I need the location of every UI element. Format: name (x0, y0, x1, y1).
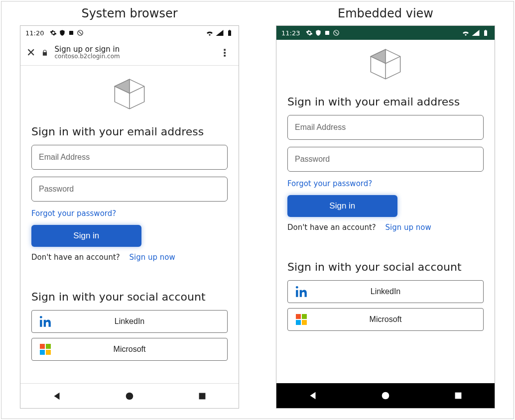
no-sim-icon (77, 29, 84, 36)
status-bar: 11:20 (20, 26, 239, 40)
svg-rect-11 (46, 344, 51, 349)
signin-button[interactable]: Sign in (287, 195, 397, 217)
square-icon (68, 29, 75, 36)
linkedin-button[interactable]: LinkedIn (31, 310, 228, 333)
microsoft-label: Microsoft (315, 315, 483, 324)
microsoft-icon (288, 314, 315, 325)
microsoft-label: Microsoft (59, 345, 227, 354)
nav-back-icon[interactable] (307, 390, 318, 401)
svg-rect-16 (325, 31, 329, 35)
signal-icon (472, 30, 480, 36)
signup-now-link[interactable]: Sign up now (386, 223, 431, 232)
signin-heading: Sign in with your email address (287, 96, 484, 108)
microsoft-button[interactable]: Microsoft (287, 308, 484, 331)
svg-rect-2 (228, 30, 231, 36)
svg-rect-24 (296, 290, 298, 297)
no-account-text: Don't have an account? (31, 253, 120, 262)
nav-home-icon[interactable] (380, 390, 391, 401)
svg-marker-5 (115, 79, 129, 93)
password-field[interactable] (31, 177, 228, 202)
svg-marker-21 (371, 49, 386, 63)
svg-rect-3 (229, 30, 230, 30)
microsoft-button[interactable]: Microsoft (31, 338, 228, 361)
svg-rect-26 (296, 314, 301, 319)
shield-icon (315, 29, 322, 36)
close-icon[interactable]: ✕ (26, 47, 35, 58)
phone-system-browser: 11:20 ✕ Sign up or sign in (20, 25, 239, 409)
nav-back-icon[interactable] (51, 391, 62, 402)
microsoft-icon (32, 343, 59, 355)
svg-rect-28 (296, 320, 301, 325)
linkedin-label: LinkedIn (315, 287, 483, 296)
no-sim-icon (333, 29, 340, 36)
browser-chrome: ✕ Sign up or sign in contoso.b2clogin.co… (20, 40, 239, 66)
svg-rect-10 (40, 344, 45, 349)
forgot-password-link[interactable]: Forgot your password? (31, 209, 116, 218)
battery-icon (482, 30, 490, 36)
linkedin-label: LinkedIn (59, 317, 227, 326)
nav-recent-icon[interactable] (453, 390, 464, 401)
wifi-icon (206, 30, 214, 36)
app-logo (287, 43, 484, 92)
lock-icon (41, 49, 48, 56)
svg-point-30 (382, 392, 389, 400)
svg-rect-29 (302, 320, 307, 325)
svg-rect-18 (484, 30, 487, 36)
status-time: 11:23 (281, 29, 300, 37)
svg-rect-27 (302, 314, 307, 319)
no-account-text: Don't have an account? (287, 223, 376, 232)
svg-point-14 (126, 392, 133, 400)
svg-rect-8 (40, 320, 42, 327)
label-embedded-view: Embedded view (271, 6, 500, 20)
nav-recent-icon[interactable] (197, 391, 208, 402)
android-navbar (20, 383, 239, 408)
square-icon (324, 29, 331, 36)
signin-button[interactable]: Sign in (31, 225, 141, 247)
svg-point-9 (40, 316, 42, 318)
svg-rect-31 (455, 393, 462, 399)
svg-line-23 (386, 56, 400, 63)
svg-rect-0 (69, 31, 73, 35)
signup-now-link[interactable]: Sign up now (129, 253, 175, 262)
password-field[interactable] (287, 147, 484, 172)
status-time: 11:20 (25, 29, 44, 37)
linkedin-icon (288, 285, 315, 298)
gear-icon (50, 29, 57, 36)
svg-line-7 (129, 86, 144, 93)
svg-rect-19 (485, 30, 486, 30)
overflow-menu-icon[interactable]: ⋮ (217, 45, 233, 61)
page-title: Sign up or sign in (54, 45, 211, 54)
social-heading: Sign in with your social account (31, 291, 228, 303)
forgot-password-link[interactable]: Forgot your password? (287, 179, 372, 188)
android-navbar (276, 383, 495, 408)
svg-rect-13 (46, 350, 51, 355)
gear-icon (306, 29, 313, 36)
page-url: contoso.b2clogin.com (54, 53, 211, 60)
email-field[interactable] (31, 145, 228, 170)
svg-rect-12 (40, 350, 45, 355)
label-system-browser: System browser (15, 6, 244, 20)
social-heading: Sign in with your social account (287, 261, 484, 273)
signin-heading: Sign in with your email address (31, 125, 228, 138)
wifi-icon (462, 30, 470, 36)
nav-home-icon[interactable] (124, 391, 135, 402)
shield-icon (59, 29, 66, 36)
linkedin-icon (32, 315, 59, 328)
linkedin-button[interactable]: LinkedIn (287, 280, 484, 303)
battery-icon (226, 30, 234, 36)
phone-embedded-view: 11:23 (276, 25, 495, 409)
svg-rect-15 (199, 393, 206, 399)
signal-icon (216, 30, 224, 36)
status-bar: 11:23 (276, 26, 495, 40)
email-field[interactable] (287, 115, 484, 140)
app-logo (31, 73, 228, 121)
svg-point-25 (296, 286, 298, 289)
